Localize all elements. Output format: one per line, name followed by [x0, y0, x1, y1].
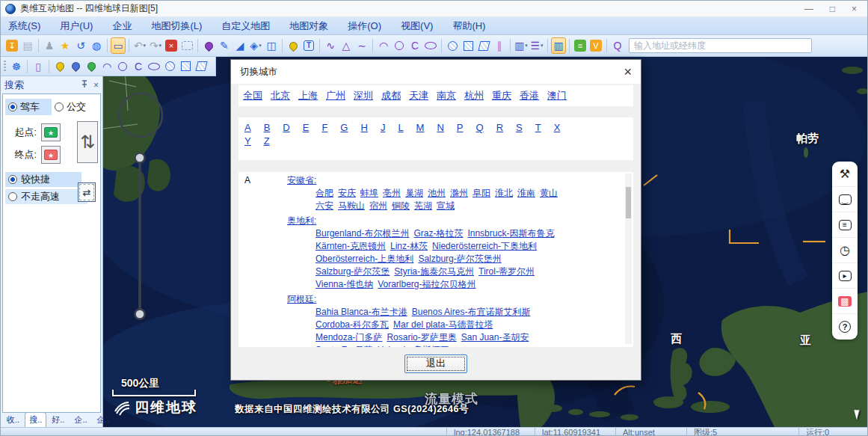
- letter-link[interactable]: H: [360, 122, 367, 133]
- city-link[interactable]: 马鞍山: [338, 200, 365, 212]
- orders-button[interactable]: ≡: [832, 212, 858, 238]
- track-icon[interactable]: ↺: [73, 37, 88, 54]
- history-button[interactable]: ◷: [832, 238, 858, 263]
- arc2-icon[interactable]: Ϲ: [131, 58, 146, 75]
- curve-icon[interactable]: ∼: [354, 37, 369, 54]
- menu-item[interactable]: 自定义地图: [221, 19, 270, 33]
- letter-link[interactable]: R: [496, 122, 503, 133]
- city-link[interactable]: Styria-施泰尔马克州: [394, 265, 474, 278]
- menu-item[interactable]: 地图对象: [289, 19, 328, 33]
- region-link[interactable]: 阿根廷:: [287, 293, 316, 306]
- pin-blue-icon[interactable]: [68, 58, 83, 75]
- vip-icon[interactable]: V: [588, 37, 603, 54]
- arc2-icon[interactable]: Ϲ: [407, 37, 422, 54]
- globe-icon[interactable]: ◍: [89, 37, 104, 54]
- polygon-icon[interactable]: △: [339, 37, 354, 54]
- dock-pin-icon[interactable]: [81, 80, 88, 90]
- letter-link[interactable]: A: [244, 122, 251, 133]
- city-link[interactable]: Santa Fe-圣菲: [316, 344, 373, 347]
- pick-start-button[interactable]: ★: [41, 123, 61, 141]
- hot-city-link[interactable]: 全国: [243, 89, 262, 102]
- letter-link[interactable]: Y: [244, 135, 251, 147]
- undo-icon[interactable]: ↶▾: [132, 37, 147, 54]
- city-link[interactable]: Linz-林茨: [390, 240, 428, 253]
- city-link[interactable]: Salzburg-萨尔茨堡州: [418, 253, 501, 265]
- letter-link[interactable]: G: [340, 122, 348, 133]
- panel-close-icon[interactable]: ×: [93, 80, 99, 90]
- city-link[interactable]: 淮北: [495, 187, 513, 200]
- fill-circle-icon[interactable]: [162, 58, 177, 75]
- city-link[interactable]: 淮南: [517, 187, 535, 200]
- city-link[interactable]: 宣城: [437, 200, 455, 212]
- hot-city-link[interactable]: 杭州: [464, 89, 484, 102]
- letter-link[interactable]: P: [457, 122, 464, 133]
- maximize-button[interactable]: □: [830, 4, 835, 14]
- hot-city-link[interactable]: 天津: [409, 89, 428, 102]
- dialog-title-bar[interactable]: 切换城市 ×: [231, 60, 641, 84]
- area-measure-icon[interactable]: ◢: [233, 37, 247, 54]
- letter-link[interactable]: D: [283, 122, 289, 133]
- select-area-icon[interactable]: [179, 37, 194, 54]
- exit-button[interactable]: 退出: [404, 354, 467, 373]
- hot-city-link[interactable]: 香港: [520, 89, 539, 102]
- list-scrollbar[interactable]: [625, 174, 632, 344]
- letter-link[interactable]: S: [516, 122, 523, 133]
- settings-icon[interactable]: ☸: [9, 58, 24, 75]
- hot-city-link[interactable]: 上海: [298, 89, 318, 102]
- city-link[interactable]: 芜湖: [414, 200, 432, 212]
- polyline-icon[interactable]: ∿: [323, 37, 338, 54]
- report-icon[interactable]: ▥▾: [514, 37, 529, 54]
- sidebar-tab[interactable]: 企..: [70, 412, 91, 427]
- save-icon[interactable]: ▤: [20, 37, 35, 54]
- mode-transit-radio[interactable]: 公交: [52, 99, 89, 115]
- letter-link[interactable]: L: [398, 122, 403, 133]
- favorite-icon[interactable]: ★: [58, 37, 73, 54]
- toolbox-button[interactable]: ⚒: [832, 162, 858, 187]
- city-link[interactable]: Salzburg-萨尔茨堡: [316, 265, 390, 278]
- letter-link[interactable]: B: [264, 122, 271, 133]
- dropdown-arrow-icon[interactable]: ▾: [525, 43, 528, 49]
- letter-link[interactable]: X: [554, 122, 561, 133]
- city-link[interactable]: 黄山: [540, 187, 558, 200]
- fill-rect-icon[interactable]: [178, 58, 193, 75]
- sidebar-tab[interactable]: 搜..: [25, 412, 46, 427]
- city-link[interactable]: Graz-格拉茨: [413, 227, 463, 240]
- panel-icon[interactable]: ▥: [551, 37, 566, 54]
- ellipse-icon[interactable]: [423, 37, 438, 54]
- sidebar-tab[interactable]: 企..: [93, 412, 114, 427]
- fill-poly-icon[interactable]: [194, 58, 209, 75]
- parallel-lines-icon[interactable]: ∥: [492, 37, 507, 54]
- scrollbar-thumb[interactable]: [626, 187, 631, 218]
- pin-yellow-icon[interactable]: [52, 58, 67, 75]
- option-fast-radio[interactable]: 较快捷: [5, 172, 81, 187]
- import-icon[interactable]: ↧: [4, 37, 19, 54]
- address-search-input[interactable]: [629, 38, 812, 53]
- fill-poly-icon[interactable]: [476, 37, 491, 54]
- hot-city-link[interactable]: 澳门: [547, 89, 567, 102]
- city-link[interactable]: Cordoba-科尔多瓦: [316, 319, 389, 331]
- help-button[interactable]: ?: [832, 314, 858, 340]
- close-button[interactable]: ×: [852, 4, 857, 14]
- menu-item[interactable]: 操作(O): [348, 19, 381, 33]
- city-link[interactable]: Ushuaia-乌斯怀亚: [378, 344, 449, 347]
- letter-link[interactable]: Q: [476, 122, 484, 133]
- city-link[interactable]: Burgenland-布尔根兰州: [316, 227, 409, 240]
- city-link[interactable]: 阜阳: [473, 187, 490, 200]
- city-link[interactable]: Rosario-罗萨里奥: [387, 331, 456, 344]
- letter-link[interactable]: E: [303, 122, 310, 133]
- option-no-highway-radio[interactable]: 不走高速: [5, 189, 87, 204]
- compass-icon[interactable]: ◈▾: [248, 37, 263, 54]
- city-link[interactable]: Vorarlberg-福拉尔贝格州: [378, 278, 475, 291]
- dropdown-arrow-icon[interactable]: ▾: [144, 43, 147, 49]
- sidebar-tab[interactable]: 好..: [47, 412, 69, 427]
- circle-icon[interactable]: [115, 58, 130, 75]
- pick-end-button[interactable]: ★: [41, 146, 61, 164]
- market-button[interactable]: ‿: [832, 187, 858, 212]
- hot-city-link[interactable]: 广州: [326, 89, 345, 102]
- menu-item[interactable]: 系统(S): [8, 19, 40, 33]
- list-icon[interactable]: ☰▾: [529, 37, 544, 54]
- dropdown-arrow-icon[interactable]: ▾: [541, 43, 544, 49]
- city-link[interactable]: Oberösterreich-上奥地利: [316, 253, 413, 265]
- pin-green-icon[interactable]: [84, 58, 99, 75]
- fill-circle-icon[interactable]: [445, 37, 460, 54]
